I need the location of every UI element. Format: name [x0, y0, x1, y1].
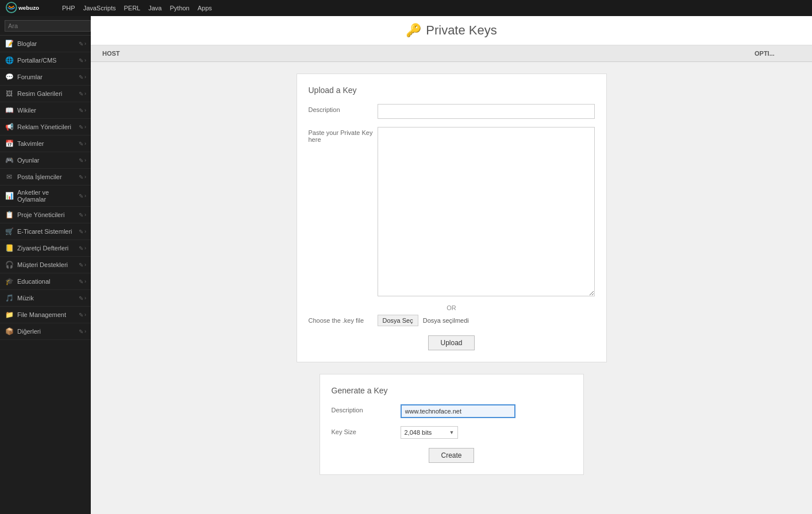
sidebar-item-bloglar[interactable]: 📝 Bloglar ✎ ›: [0, 36, 91, 52]
sidebar-label-posta: Posta İşlemciler: [17, 173, 79, 180]
logo[interactable]: webuzo: [6, 2, 52, 15]
upload-card-title: Upload a Key: [309, 86, 595, 95]
generate-key-card: Generate a Key Description Key Size 512 …: [320, 374, 584, 475]
sidebar-item-wikiler[interactable]: 📖 Wikiler ✎ ›: [0, 102, 91, 119]
sidebar-item-proje[interactable]: 📋 Proje Yöneticileri ✎ ›: [0, 207, 91, 223]
edit-icon[interactable]: ✎: [79, 74, 83, 80]
page-header: 🔑 Private Keys: [91, 16, 812, 45]
sidebar-item-file-management[interactable]: 📁 File Management ✎ ›: [0, 307, 91, 323]
paste-key-row: Paste your Private Key here: [309, 127, 595, 296]
sidebar-label-reklam: Reklam Yöneticileri: [17, 123, 79, 130]
sidebar-item-musteri[interactable]: 🎧 Müşteri Destekleri ✎ ›: [0, 257, 91, 273]
table-header: HOST OPTI...: [91, 45, 812, 62]
edit-icon[interactable]: ✎: [79, 41, 83, 47]
top-navigation: PHP JavaScripts PERL Java Python Apps: [62, 5, 212, 11]
chevron-right-icon: ›: [84, 157, 86, 163]
sidebar-item-portallar[interactable]: 🌐 Portallar/CMS ✎ ›: [0, 52, 91, 69]
edit-icon[interactable]: ✎: [79, 262, 83, 268]
edit-icon[interactable]: ✎: [79, 329, 83, 335]
wikiler-icon: 📖: [5, 106, 14, 115]
content-area: 🔑 Private Keys HOST OPTI... Upload a Key…: [91, 16, 812, 514]
sidebar-item-eticaret[interactable]: 🛒 E-Ticaret Sistemleri ✎ ›: [0, 223, 91, 240]
edit-icon[interactable]: ✎: [79, 91, 83, 97]
nav-python[interactable]: Python: [170, 5, 189, 11]
or-divider: OR: [309, 304, 595, 311]
create-button[interactable]: Create: [429, 448, 474, 463]
edit-icon[interactable]: ✎: [79, 193, 83, 199]
nav-apps[interactable]: Apps: [198, 5, 212, 11]
sidebar-item-posta[interactable]: ✉ Posta İşlemciler ✎ ›: [0, 169, 91, 185]
sidebar-item-digerleri[interactable]: 📦 Diğerleri ✎ ›: [0, 323, 91, 340]
nav-java[interactable]: Java: [148, 5, 161, 11]
bloglar-icon: 📝: [5, 39, 14, 48]
paste-key-textarea[interactable]: [378, 127, 595, 296]
sidebar-item-muzik[interactable]: 🎵 Müzik ✎ ›: [0, 290, 91, 307]
sidebar-item-resim[interactable]: 🖼 Resim Galerileri ✎ ›: [0, 86, 91, 102]
chevron-right-icon: ›: [84, 312, 86, 318]
sidebar-label-portallar: Portallar/CMS: [17, 57, 79, 64]
edit-icon[interactable]: ✎: [79, 245, 83, 252]
edit-icon[interactable]: ✎: [79, 124, 83, 130]
edit-icon[interactable]: ✎: [79, 107, 83, 114]
topbar: webuzo PHP JavaScripts PERL Java Python …: [0, 0, 812, 16]
sidebar-item-oyunlar[interactable]: 🎮 Oyunlar ✎ ›: [0, 152, 91, 169]
sidebar-label-oyunlar: Oyunlar: [17, 157, 79, 164]
takvimler-icon: 📅: [5, 139, 14, 148]
gen-description-input[interactable]: [401, 404, 515, 418]
edit-icon[interactable]: ✎: [79, 57, 83, 64]
col-options-header: OPTI...: [755, 50, 801, 57]
sidebar-item-educational[interactable]: 🎓 Educational ✎ ›: [0, 273, 91, 290]
edit-icon[interactable]: ✎: [79, 141, 83, 147]
edit-icon[interactable]: ✎: [79, 212, 83, 218]
file-input-row: Dosya Seç Dosya seçilmedi: [378, 315, 469, 326]
sidebar-item-anketler[interactable]: 📊 Anketler ve Oylamalar ✎ ›: [0, 185, 91, 207]
sidebar-item-forumlar[interactable]: 💬 Forumlar ✎ ›: [0, 69, 91, 86]
sidebar-label-eticaret: E-Ticaret Sistemleri: [17, 228, 79, 235]
sidebar-label-ziyaretci: Ziyaretçi Defterleri: [17, 245, 79, 252]
edit-icon[interactable]: ✎: [79, 229, 83, 235]
edit-icon[interactable]: ✎: [79, 295, 83, 302]
eticaret-icon: 🛒: [5, 227, 14, 236]
sidebar-label-wikiler: Wikiler: [17, 107, 79, 114]
choose-file-button[interactable]: Dosya Seç: [378, 315, 418, 326]
private-keys-icon: 🔑: [406, 23, 421, 38]
chevron-right-icon: ›: [84, 262, 86, 268]
page-title: Private Keys: [426, 23, 497, 38]
forms-area: Upload a Key Description Paste your Priv…: [91, 62, 812, 486]
edit-icon[interactable]: ✎: [79, 174, 83, 180]
description-input[interactable]: [378, 104, 595, 119]
posta-icon: ✉: [5, 172, 14, 181]
chevron-right-icon: ›: [84, 107, 86, 113]
sidebar-item-ziyaretci[interactable]: 📒 Ziyaretçi Defterleri ✎ ›: [0, 240, 91, 257]
nav-php[interactable]: PHP: [62, 5, 75, 11]
chevron-right-icon: ›: [84, 212, 86, 218]
nav-perl[interactable]: PERL: [124, 5, 140, 11]
upload-button[interactable]: Upload: [428, 335, 474, 350]
edit-icon[interactable]: ✎: [79, 312, 83, 318]
search-bar: 🔍: [0, 16, 91, 36]
search-input[interactable]: [5, 20, 91, 32]
chevron-right-icon: ›: [84, 174, 86, 180]
sidebar-label-musteri: Müşteri Destekleri: [17, 261, 79, 268]
sidebar-label-resim: Resim Galerileri: [17, 90, 79, 97]
chevron-right-icon: ›: [84, 329, 86, 334]
upload-btn-row: Upload: [309, 335, 595, 350]
description-row: Description: [309, 104, 595, 119]
sidebar-item-takvimler[interactable]: 📅 Takvimler ✎ ›: [0, 136, 91, 152]
edit-icon[interactable]: ✎: [79, 157, 83, 164]
create-btn-row: Create: [332, 448, 572, 463]
resim-icon: 🖼: [5, 89, 14, 98]
keysize-select[interactable]: 512 bits 1,024 bits 2,048 bits 4,096 bit…: [401, 426, 458, 439]
edit-icon[interactable]: ✎: [79, 279, 83, 285]
chevron-right-icon: ›: [84, 41, 86, 47]
nav-javascripts[interactable]: JavaScripts: [83, 5, 116, 11]
keysize-row: Key Size 512 bits 1,024 bits 2,048 bits …: [332, 426, 572, 439]
sidebar-label-muzik: Müzik: [17, 295, 79, 302]
choose-file-row: Choose the .key file Dosya Seç Dosya seç…: [309, 315, 595, 326]
educational-icon: 🎓: [5, 277, 14, 286]
main-layout: 🔍 📝 Bloglar ✎ › 🌐 Portallar/CMS ✎ › 💬 Fo…: [0, 16, 812, 514]
sidebar-label-file-management: File Management: [17, 311, 79, 318]
keysize-label: Key Size: [332, 426, 401, 435]
sidebar-item-reklam[interactable]: 📢 Reklam Yöneticileri ✎ ›: [0, 119, 91, 136]
sidebar-label-digerleri: Diğerleri: [17, 328, 79, 335]
